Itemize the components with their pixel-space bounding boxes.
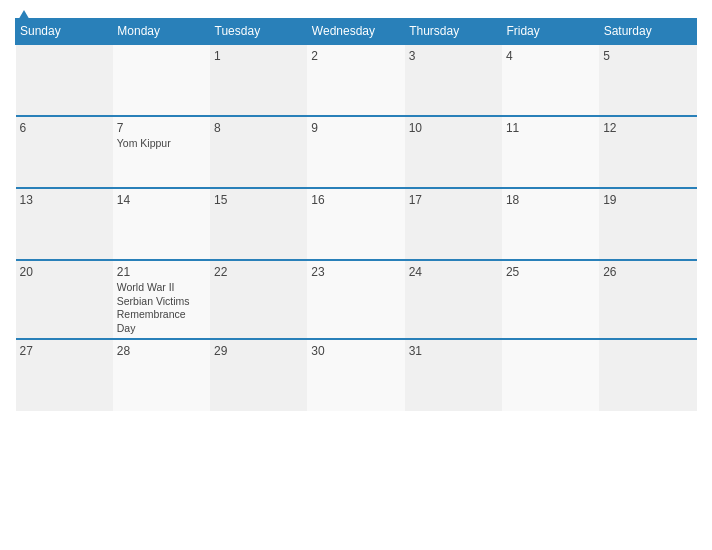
logo bbox=[15, 10, 31, 23]
calendar-cell: 14 bbox=[113, 188, 210, 260]
calendar-cell: 24 bbox=[405, 260, 502, 339]
day-number: 3 bbox=[409, 49, 498, 63]
calendar-cell: 16 bbox=[307, 188, 404, 260]
calendar-cell: 6 bbox=[16, 116, 113, 188]
day-number: 4 bbox=[506, 49, 595, 63]
calendar-cell: 1 bbox=[210, 44, 307, 116]
day-number: 31 bbox=[409, 344, 498, 358]
calendar-cell: 21World War II Serbian Victims Remembran… bbox=[113, 260, 210, 339]
day-number: 17 bbox=[409, 193, 498, 207]
calendar-week-row: 13141516171819 bbox=[16, 188, 697, 260]
day-number: 30 bbox=[311, 344, 400, 358]
calendar-cell: 12 bbox=[599, 116, 696, 188]
header-saturday: Saturday bbox=[599, 19, 696, 45]
day-number: 7 bbox=[117, 121, 206, 135]
calendar-cell: 31 bbox=[405, 339, 502, 411]
header-wednesday: Wednesday bbox=[307, 19, 404, 45]
calendar-week-row: 2728293031 bbox=[16, 339, 697, 411]
calendar-cell: 27 bbox=[16, 339, 113, 411]
calendar-week-row: 2021World War II Serbian Victims Remembr… bbox=[16, 260, 697, 339]
day-number: 29 bbox=[214, 344, 303, 358]
header-monday: Monday bbox=[113, 19, 210, 45]
calendar-table: Sunday Monday Tuesday Wednesday Thursday… bbox=[15, 18, 697, 411]
day-number: 14 bbox=[117, 193, 206, 207]
day-number: 28 bbox=[117, 344, 206, 358]
calendar-cell: 22 bbox=[210, 260, 307, 339]
day-number: 18 bbox=[506, 193, 595, 207]
day-number: 23 bbox=[311, 265, 400, 279]
day-number: 5 bbox=[603, 49, 692, 63]
calendar-cell: 25 bbox=[502, 260, 599, 339]
calendar-cell: 10 bbox=[405, 116, 502, 188]
calendar-cell: 2 bbox=[307, 44, 404, 116]
day-number: 1 bbox=[214, 49, 303, 63]
calendar-event: World War II Serbian Victims Remembrance… bbox=[117, 281, 206, 336]
calendar-cell: 30 bbox=[307, 339, 404, 411]
day-number: 9 bbox=[311, 121, 400, 135]
logo-blue-text bbox=[15, 10, 31, 23]
day-number: 15 bbox=[214, 193, 303, 207]
day-number: 16 bbox=[311, 193, 400, 207]
day-number: 20 bbox=[20, 265, 109, 279]
calendar-cell: 4 bbox=[502, 44, 599, 116]
day-number: 8 bbox=[214, 121, 303, 135]
calendar-cell: 5 bbox=[599, 44, 696, 116]
calendar-cell: 11 bbox=[502, 116, 599, 188]
calendar-cell: 20 bbox=[16, 260, 113, 339]
calendar-cell: 13 bbox=[16, 188, 113, 260]
calendar-event: Yom Kippur bbox=[117, 137, 206, 151]
calendar-cell: 18 bbox=[502, 188, 599, 260]
day-number: 10 bbox=[409, 121, 498, 135]
calendar-cell bbox=[113, 44, 210, 116]
calendar-container: Sunday Monday Tuesday Wednesday Thursday… bbox=[0, 0, 712, 550]
weekday-header-row: Sunday Monday Tuesday Wednesday Thursday… bbox=[16, 19, 697, 45]
calendar-cell: 19 bbox=[599, 188, 696, 260]
day-number: 12 bbox=[603, 121, 692, 135]
header-friday: Friday bbox=[502, 19, 599, 45]
calendar-week-row: 12345 bbox=[16, 44, 697, 116]
calendar-cell: 3 bbox=[405, 44, 502, 116]
header-tuesday: Tuesday bbox=[210, 19, 307, 45]
day-number: 26 bbox=[603, 265, 692, 279]
day-number: 2 bbox=[311, 49, 400, 63]
day-number: 13 bbox=[20, 193, 109, 207]
calendar-cell: 17 bbox=[405, 188, 502, 260]
calendar-cell bbox=[599, 339, 696, 411]
calendar-week-row: 67Yom Kippur89101112 bbox=[16, 116, 697, 188]
day-number: 6 bbox=[20, 121, 109, 135]
calendar-cell: 8 bbox=[210, 116, 307, 188]
calendar-cell: 23 bbox=[307, 260, 404, 339]
logo-triangle-icon bbox=[17, 10, 31, 22]
calendar-cell bbox=[16, 44, 113, 116]
day-number: 21 bbox=[117, 265, 206, 279]
calendar-cell: 28 bbox=[113, 339, 210, 411]
calendar-cell: 7Yom Kippur bbox=[113, 116, 210, 188]
calendar-cell: 26 bbox=[599, 260, 696, 339]
calendar-cell: 29 bbox=[210, 339, 307, 411]
day-number: 19 bbox=[603, 193, 692, 207]
day-number: 22 bbox=[214, 265, 303, 279]
day-number: 11 bbox=[506, 121, 595, 135]
calendar-cell: 9 bbox=[307, 116, 404, 188]
calendar-cell bbox=[502, 339, 599, 411]
day-number: 24 bbox=[409, 265, 498, 279]
day-number: 25 bbox=[506, 265, 595, 279]
day-number: 27 bbox=[20, 344, 109, 358]
calendar-cell: 15 bbox=[210, 188, 307, 260]
header-thursday: Thursday bbox=[405, 19, 502, 45]
